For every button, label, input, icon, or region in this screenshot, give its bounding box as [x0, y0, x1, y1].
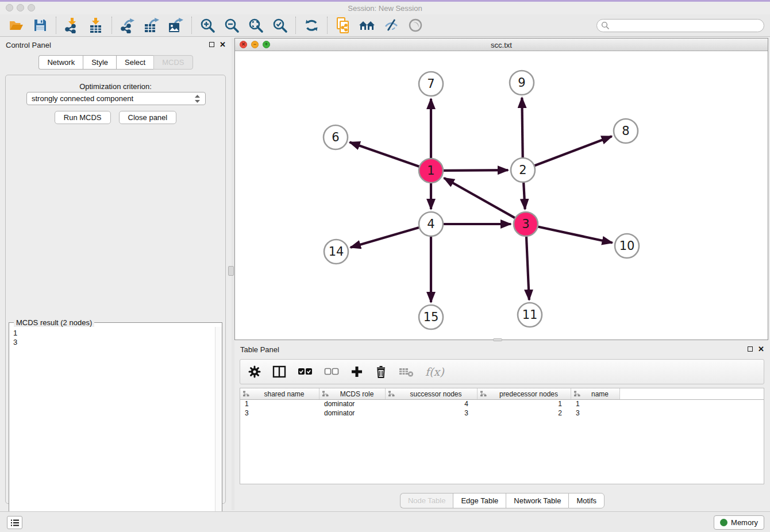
- graph-node-8[interactable]: 8: [614, 119, 638, 143]
- graph-node-11[interactable]: 11: [518, 303, 542, 327]
- table-panel-tabs: Node TableEdge TableNetwork TableMotifs: [234, 493, 770, 508]
- optimization-select[interactable]: strongly connected component: [26, 92, 206, 105]
- search-input[interactable]: [596, 19, 764, 32]
- table-cell[interactable]: 3: [386, 409, 478, 418]
- graph-node-9[interactable]: 9: [510, 71, 534, 95]
- run-mcds-button[interactable]: Run MCDS: [55, 111, 111, 124]
- table-cell[interactable]: 4: [386, 400, 478, 409]
- table-settings-button[interactable]: [248, 365, 261, 378]
- graph-node-7[interactable]: 7: [419, 72, 443, 96]
- select-all-button[interactable]: [298, 367, 313, 376]
- graph-edge-2-8[interactable]: [533, 136, 612, 166]
- graph-edge-3-11[interactable]: [526, 235, 529, 300]
- network-frame-titlebar[interactable]: ✕ − + scc.txt: [235, 38, 768, 51]
- close-panel-button[interactable]: Close panel: [119, 111, 177, 124]
- graph-node-4[interactable]: 4: [419, 212, 443, 236]
- table-cell[interactable]: dominator: [319, 409, 386, 418]
- delete-column-button[interactable]: [375, 365, 387, 379]
- tab-node-table[interactable]: Node Table: [400, 493, 453, 508]
- table-cell[interactable]: 1: [478, 400, 571, 409]
- column-header-MCDS-role[interactable]: MCDS role: [319, 388, 386, 399]
- toolbar-separator: [191, 17, 192, 34]
- network-canvas[interactable]: 1234678910111415: [235, 51, 768, 340]
- import-network-button[interactable]: [61, 16, 82, 34]
- mcds-result-text[interactable]: 13: [10, 327, 214, 532]
- tab-style[interactable]: Style: [83, 55, 116, 70]
- plus-icon: [351, 365, 363, 378]
- zoom-out-button[interactable]: [221, 16, 242, 34]
- gear-icon: [248, 365, 261, 378]
- control-panel-float-icon[interactable]: [209, 42, 214, 47]
- search-field-wrap: [596, 19, 764, 32]
- table-cell[interactable]: 1: [571, 400, 620, 409]
- graph-node-3[interactable]: 3: [514, 212, 538, 236]
- add-column-button[interactable]: [351, 365, 363, 378]
- graph-node-1[interactable]: 1: [419, 159, 443, 183]
- graph-node-15[interactable]: 15: [419, 305, 443, 329]
- tab-mcds[interactable]: MCDS: [153, 55, 192, 70]
- duplicate-network-icon: [335, 17, 351, 34]
- function-builder-button: f(x): [425, 365, 444, 378]
- graph-node-14[interactable]: 14: [324, 240, 348, 264]
- tab-select[interactable]: Select: [116, 55, 153, 70]
- hide-panels-button[interactable]: [381, 16, 402, 34]
- delete-table-button: [399, 366, 414, 377]
- vertical-splitter-handle[interactable]: [228, 266, 234, 276]
- graph-edge-4-14[interactable]: [351, 227, 421, 247]
- column-header-shared-name[interactable]: shared name: [240, 388, 319, 399]
- control-panel-close-icon[interactable]: ✕: [220, 41, 226, 48]
- zoom-fit-button[interactable]: [245, 16, 266, 34]
- tab-motifs[interactable]: Motifs: [568, 493, 605, 508]
- refresh-icon: [304, 18, 319, 33]
- refresh-layout-button[interactable]: [301, 16, 322, 34]
- open-file-button[interactable]: [6, 16, 26, 34]
- node-table[interactable]: shared nameMCDS rolesuccessor nodesprede…: [240, 388, 764, 484]
- column-header-successor-nodes[interactable]: successor nodes: [386, 388, 478, 399]
- column-header-predecessor-nodes[interactable]: predecessor nodes: [478, 388, 571, 399]
- import-network-icon: [64, 17, 80, 33]
- graph-node-10[interactable]: 10: [615, 234, 639, 258]
- table-cell[interactable]: 2: [478, 409, 571, 418]
- checked-boxes-icon: [298, 367, 313, 376]
- show-panels-button[interactable]: [405, 16, 426, 34]
- table-panel-float-icon[interactable]: [748, 346, 753, 352]
- column-header-name[interactable]: name: [571, 388, 620, 399]
- graph-edge-1-2[interactable]: [442, 170, 508, 171]
- ndex-browse-button[interactable]: [357, 16, 378, 34]
- graph-edge-2-3[interactable]: [523, 181, 525, 209]
- export-image-button[interactable]: [165, 16, 186, 34]
- horizontal-splitter-handle[interactable]: [493, 338, 502, 341]
- status-bar: Memory: [0, 511, 770, 532]
- mcds-result-line: 1: [13, 329, 211, 338]
- result-scrollbar[interactable]: [215, 327, 222, 532]
- table-panel-close-icon[interactable]: ✕: [758, 346, 764, 352]
- export-table-button[interactable]: [141, 16, 162, 34]
- table-cell[interactable]: 3: [571, 409, 620, 418]
- graph-edge-3-1[interactable]: [444, 178, 517, 219]
- export-network-button[interactable]: [117, 16, 138, 34]
- memory-button[interactable]: Memory: [714, 515, 764, 530]
- graph-node-2[interactable]: 2: [511, 158, 535, 182]
- unselect-all-button[interactable]: [324, 367, 339, 376]
- save-session-button[interactable]: [30, 16, 51, 34]
- graph-edge-3-10[interactable]: [537, 226, 613, 243]
- graph-edge-2-9[interactable]: [522, 98, 522, 159]
- table-cell[interactable]: 1: [240, 400, 319, 409]
- duplicate-network-button[interactable]: [333, 16, 353, 34]
- task-history-button[interactable]: [7, 516, 22, 529]
- graph-node-6[interactable]: 6: [324, 125, 348, 149]
- toggle-panes-button[interactable]: [272, 365, 286, 378]
- import-table-button[interactable]: [86, 16, 106, 34]
- table-cell[interactable]: dominator: [319, 400, 386, 409]
- tab-network-table[interactable]: Network Table: [506, 493, 568, 508]
- table-cell[interactable]: 3: [240, 409, 319, 418]
- toolbar-separator: [111, 17, 112, 34]
- zoom-selected-button[interactable]: [270, 16, 290, 34]
- zoom-in-button[interactable]: [197, 16, 218, 34]
- tab-network[interactable]: Network: [38, 55, 83, 70]
- svg-text:9: 9: [518, 76, 525, 90]
- graph-edge-1-6[interactable]: [350, 142, 421, 167]
- table-row[interactable]: 1dominator411: [240, 400, 764, 409]
- tab-edge-table[interactable]: Edge Table: [453, 493, 506, 508]
- table-row[interactable]: 3dominator323: [240, 409, 764, 418]
